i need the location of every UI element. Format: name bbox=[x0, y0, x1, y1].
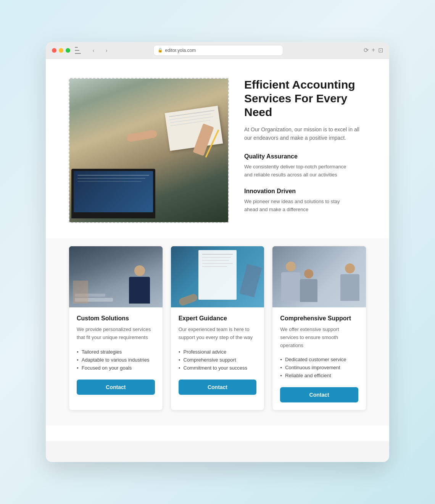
hero-image bbox=[69, 79, 228, 222]
traffic-lights bbox=[52, 48, 70, 53]
card-expert-guidance: Expert Guidance Our experienced team is … bbox=[171, 246, 265, 410]
hero-section: Efficient Accounting Services For Every … bbox=[46, 70, 389, 238]
forward-button[interactable]: › bbox=[102, 46, 111, 55]
card-title-2: Expert Guidance bbox=[179, 315, 257, 322]
feature-block-innovation: Innovation Driven We pioneer new ideas a… bbox=[244, 188, 366, 214]
card-title-3: Comprehensive Support bbox=[280, 315, 358, 322]
list-item: Professional advice bbox=[179, 348, 257, 356]
feature-desc-quality: We consistently deliver top-notch perfor… bbox=[244, 163, 351, 179]
browser-actions: ⟳ + ⊡ bbox=[364, 47, 383, 54]
list-item: Dedicated customer service bbox=[280, 355, 358, 363]
list-item: Reliable and efficient bbox=[280, 372, 358, 380]
card-desc-1: We provide personalized services that fi… bbox=[77, 326, 155, 342]
minimize-button[interactable] bbox=[59, 48, 63, 53]
card-body-1: Custom Solutions We provide personalized… bbox=[69, 307, 163, 402]
card-comprehensive-support: Comprehensive Support We offer extensive… bbox=[272, 246, 366, 410]
cards-grid: Custom Solutions We provide personalized… bbox=[69, 246, 366, 410]
cards-section: Custom Solutions We provide personalized… bbox=[46, 238, 389, 426]
maximize-button[interactable] bbox=[66, 48, 70, 53]
browser-window: ‹ › 🔒 editor.yola.com ⟳ + ⊡ bbox=[46, 42, 389, 462]
feature-title-innovation: Innovation Driven bbox=[244, 188, 366, 195]
card-image-3 bbox=[272, 246, 366, 307]
feature-block-quality: Quality Assurance We consistently delive… bbox=[244, 153, 366, 179]
card-custom-solutions: Custom Solutions We provide personalized… bbox=[69, 246, 163, 410]
list-item: Focused on your goals bbox=[77, 364, 155, 372]
more-icon[interactable]: ⊡ bbox=[378, 47, 383, 54]
sidebar-toggle-button[interactable] bbox=[75, 47, 83, 54]
hero-subtitle: At Our Organization, our mission is to e… bbox=[244, 125, 366, 142]
lock-icon: 🔒 bbox=[158, 48, 163, 53]
card-list-1: Tailored strategies Adaptable to various… bbox=[77, 348, 155, 372]
contact-button-1[interactable]: Contact bbox=[77, 380, 155, 395]
list-item: Continuous improvement bbox=[280, 363, 358, 372]
address-bar[interactable]: 🔒 editor.yola.com bbox=[153, 45, 283, 56]
card-title-1: Custom Solutions bbox=[77, 315, 155, 322]
card-body-2: Expert Guidance Our experienced team is … bbox=[171, 307, 264, 402]
url-text: editor.yola.com bbox=[165, 48, 196, 53]
feature-desc-innovation: We pioneer new ideas and solutions to st… bbox=[244, 198, 351, 214]
page-content: Efficient Accounting Services For Every … bbox=[46, 59, 389, 441]
card-body-3: Comprehensive Support We offer extensive… bbox=[272, 307, 366, 410]
add-tab-icon[interactable]: + bbox=[372, 47, 375, 54]
back-button[interactable]: ‹ bbox=[89, 46, 98, 55]
hero-text: Efficient Accounting Services For Every … bbox=[244, 78, 366, 223]
card-image-2 bbox=[171, 246, 264, 307]
list-item: Commitment to your success bbox=[179, 364, 257, 372]
card-image-1 bbox=[69, 246, 163, 307]
list-item: Comprehensive support bbox=[179, 356, 257, 364]
close-button[interactable] bbox=[52, 48, 56, 53]
feature-title-quality: Quality Assurance bbox=[244, 153, 366, 160]
list-item: Tailored strategies bbox=[77, 348, 155, 356]
card-desc-3: We offer extensive support services to e… bbox=[280, 326, 358, 349]
hero-title: Efficient Accounting Services For Every … bbox=[244, 78, 366, 119]
contact-button-3[interactable]: Contact bbox=[280, 387, 358, 402]
card-list-3: Dedicated customer service Continuous im… bbox=[280, 355, 358, 380]
hero-image-container bbox=[69, 78, 229, 223]
card-desc-2: Our experienced team is here to support … bbox=[179, 326, 257, 342]
contact-button-2[interactable]: Contact bbox=[179, 380, 257, 395]
share-icon[interactable]: ⟳ bbox=[364, 47, 369, 54]
card-list-2: Professional advice Comprehensive suppor… bbox=[179, 348, 257, 372]
browser-chrome: ‹ › 🔒 editor.yola.com ⟳ + ⊡ bbox=[46, 42, 389, 59]
list-item: Adaptable to various industries bbox=[77, 356, 155, 364]
hero-image-simulation bbox=[69, 79, 228, 222]
